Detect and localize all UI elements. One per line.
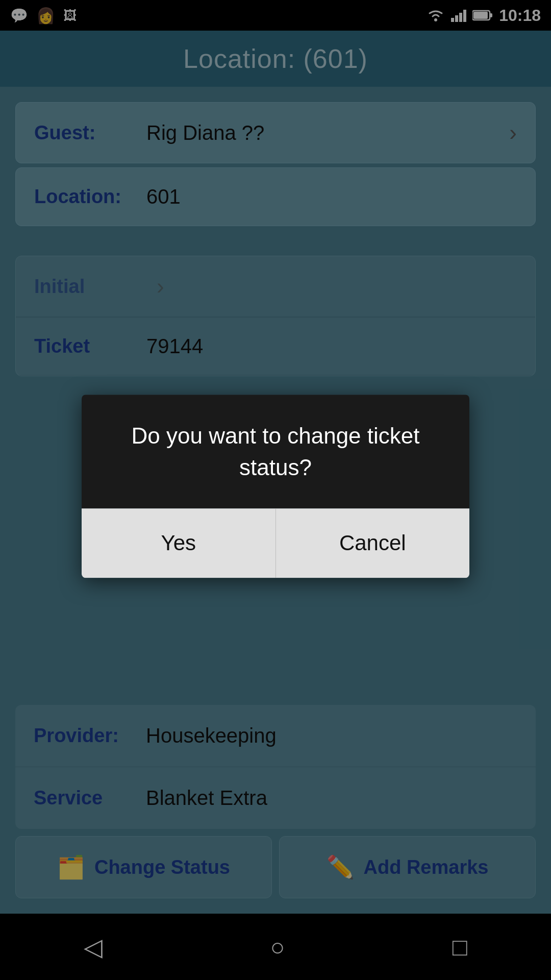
- dialog-buttons: Yes Cancel: [82, 508, 469, 578]
- dialog-title-area: Do you want to change ticket status?: [82, 395, 469, 508]
- dialog-title: Do you want to change ticket status?: [132, 423, 420, 480]
- change-status-dialog: Do you want to change ticket status? Yes…: [82, 395, 469, 578]
- dialog-yes-button[interactable]: Yes: [82, 508, 276, 578]
- dialog-cancel-button[interactable]: Cancel: [276, 508, 470, 578]
